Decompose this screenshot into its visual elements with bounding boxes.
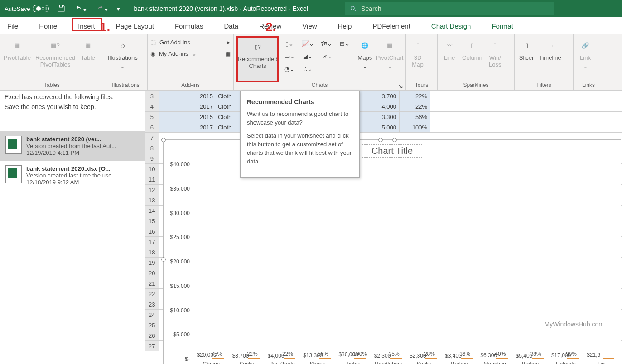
- pivotchart-button[interactable]: ▦PivotChart⌄: [376, 36, 403, 82]
- toggle-switch[interactable]: Off: [33, 5, 49, 12]
- tab-data[interactable]: Data: [221, 19, 241, 33]
- tab-page-layout[interactable]: Page Layout: [113, 19, 157, 33]
- pie-chart-icon[interactable]: ◔⌄: [281, 63, 298, 74]
- map-chart-icon[interactable]: 🗺⌄: [318, 38, 335, 49]
- bar-group[interactable]: $4,000 22% Bib-Shorts: [268, 358, 297, 359]
- row-header[interactable]: 11: [145, 174, 159, 185]
- tab-view[interactable]: View: [299, 19, 319, 33]
- row-header[interactable]: 27: [145, 341, 159, 351]
- sparkline-line-button[interactable]: 〰Line: [440, 36, 458, 82]
- slicer-button[interactable]: ▯Slicer: [517, 36, 535, 82]
- worksheet-area[interactable]: 3 2015 Cloth 3,700 22% 4 2017 Cloth 4,00…: [145, 91, 622, 364]
- redo-icon[interactable]: ▾: [96, 5, 108, 13]
- table-button[interactable]: ▦Table: [79, 36, 97, 82]
- rec-charts-icon: ▯?: [251, 39, 265, 54]
- tab-format[interactable]: Format: [489, 19, 516, 33]
- tab-file[interactable]: File: [5, 19, 21, 33]
- cell[interactable]: 2015: [159, 91, 216, 101]
- row-header[interactable]: 26: [145, 330, 159, 341]
- qat-more-icon[interactable]: ▾: [117, 5, 120, 12]
- row-header[interactable]: 25: [145, 320, 159, 330]
- sparkline-winloss-button[interactable]: ▯Win/ Loss: [486, 36, 504, 82]
- row-header[interactable]: 3: [145, 91, 159, 101]
- combo-chart-icon[interactable]: ⫽⌄: [318, 51, 335, 62]
- cell[interactable]: 22%: [399, 101, 430, 112]
- recovery-item[interactable]: bank statement 2020.xlsx [O... Version c…: [0, 161, 145, 190]
- bar-group[interactable]: $3,700 22% Socks: [232, 358, 261, 359]
- chart-plot-area[interactable]: $-$5,000$10,000$15,000$20,000$25,000$30,…: [193, 164, 618, 359]
- link-button[interactable]: 🔗Link⌄: [576, 36, 594, 82]
- row-header[interactable]: 24: [145, 310, 159, 320]
- row-header[interactable]: 5: [145, 112, 159, 122]
- get-addins-button[interactable]: ⬚Get Add-ins▸: [150, 39, 231, 46]
- area-chart-icon[interactable]: ◢⌄: [299, 51, 316, 62]
- cell[interactable]: 2017: [159, 101, 216, 112]
- row-header[interactable]: 4: [145, 101, 159, 112]
- bar-group[interactable]: $2,300 35% Handlebars: [374, 358, 403, 359]
- resize-handle[interactable]: [378, 138, 383, 142]
- recommended-charts-button[interactable]: ▯?Recommended Charts: [236, 36, 279, 82]
- search-input[interactable]: [361, 5, 549, 12]
- pivottable-button[interactable]: ▦PivotTable: [3, 36, 32, 82]
- row-header[interactable]: 16: [145, 226, 159, 237]
- row-header[interactable]: 19: [145, 258, 159, 268]
- bar-group[interactable]: $17,000 90% Helmets: [551, 358, 580, 359]
- search-box[interactable]: [345, 2, 554, 15]
- stock-chart-icon[interactable]: ⊞⌄: [337, 38, 353, 49]
- line-chart-icon[interactable]: 📈⌄: [299, 38, 316, 49]
- tab-home[interactable]: Home: [36, 19, 60, 33]
- row-header[interactable]: 20: [145, 268, 159, 278]
- bar-chart-icon[interactable]: ▭⌄: [281, 51, 298, 62]
- tab-insert[interactable]: Insert: [75, 19, 98, 33]
- row-header[interactable]: 23: [145, 299, 159, 310]
- bar-group[interactable]: $13,300 56% Shorts: [303, 358, 332, 359]
- row-header[interactable]: 21: [145, 278, 159, 289]
- row-header[interactable]: 9: [145, 153, 159, 164]
- cell[interactable]: 2017: [159, 122, 216, 133]
- timeline-button[interactable]: ▭Timeline: [538, 36, 562, 82]
- cell[interactable]: 2015: [159, 112, 216, 122]
- tab-pdfelement[interactable]: PDFelement: [370, 19, 413, 33]
- cell[interactable]: 100%: [399, 122, 430, 133]
- recommended-pivottables-button[interactable]: ▦?Recommended PivotTables: [34, 36, 76, 82]
- cell[interactable]: 22%: [399, 91, 430, 101]
- maps-button[interactable]: 🌐Maps⌄: [356, 36, 374, 82]
- illustrations-button[interactable]: ◇Illustrations⌄: [107, 36, 139, 82]
- column-chart-icon[interactable]: ▯⌄: [281, 38, 298, 49]
- tab-help[interactable]: Help: [335, 19, 355, 33]
- scatter-chart-icon[interactable]: ∴⌄: [299, 63, 316, 74]
- charts-dialog-launcher[interactable]: ↘: [398, 83, 404, 88]
- row-header[interactable]: 7: [145, 133, 159, 143]
- chart-title[interactable]: Chart Title: [362, 144, 422, 158]
- recovery-item[interactable]: bank statement 2020 (ver... Version crea…: [0, 131, 145, 161]
- row-header[interactable]: 12: [145, 185, 159, 195]
- row-header[interactable]: 17: [145, 237, 159, 247]
- sparkline-column-button[interactable]: ▯Column: [461, 36, 483, 82]
- row-header[interactable]: 14: [145, 206, 159, 216]
- bar-group[interactable]: $21,6 Lig: [587, 358, 616, 359]
- row-header[interactable]: 8: [145, 143, 159, 153]
- bar-group[interactable]: $6,300 40% Mountain: [480, 358, 509, 359]
- embedded-chart[interactable]: Chart Title $-$5,000$10,000$15,000$20,00…: [163, 139, 621, 364]
- bar-group[interactable]: $2,300 28% Socks: [410, 358, 439, 359]
- row-header[interactable]: 22: [145, 289, 159, 299]
- bar-group[interactable]: $20,000 75% Chains: [197, 358, 226, 359]
- save-icon[interactable]: [57, 4, 65, 14]
- resize-handle[interactable]: [161, 257, 166, 262]
- my-addins-button[interactable]: ◉My Add-ins⌄▦: [150, 50, 231, 57]
- undo-icon[interactable]: ▾: [74, 5, 87, 13]
- tab-chart-design[interactable]: Chart Design: [429, 19, 474, 33]
- row-header[interactable]: 13: [145, 195, 159, 206]
- bar-group[interactable]: $5,400 38% Brakes: [516, 358, 545, 359]
- row-header[interactable]: 10: [145, 164, 159, 174]
- row-header[interactable]: 6: [145, 122, 159, 133]
- row-header[interactable]: 15: [145, 216, 159, 226]
- row-header[interactable]: 18: [145, 247, 159, 258]
- bar-group[interactable]: $36,000 100% Tights: [338, 358, 367, 359]
- autosave-toggle[interactable]: AutoSave Off: [5, 5, 49, 12]
- bar-group[interactable]: $3,400 36% Brakes: [445, 358, 474, 359]
- slicer-icon: ▯: [519, 38, 534, 53]
- 3d-map-button[interactable]: ▯3D Map: [409, 36, 427, 82]
- cell[interactable]: 56%: [399, 112, 430, 122]
- tab-formulas[interactable]: Formulas: [172, 19, 206, 33]
